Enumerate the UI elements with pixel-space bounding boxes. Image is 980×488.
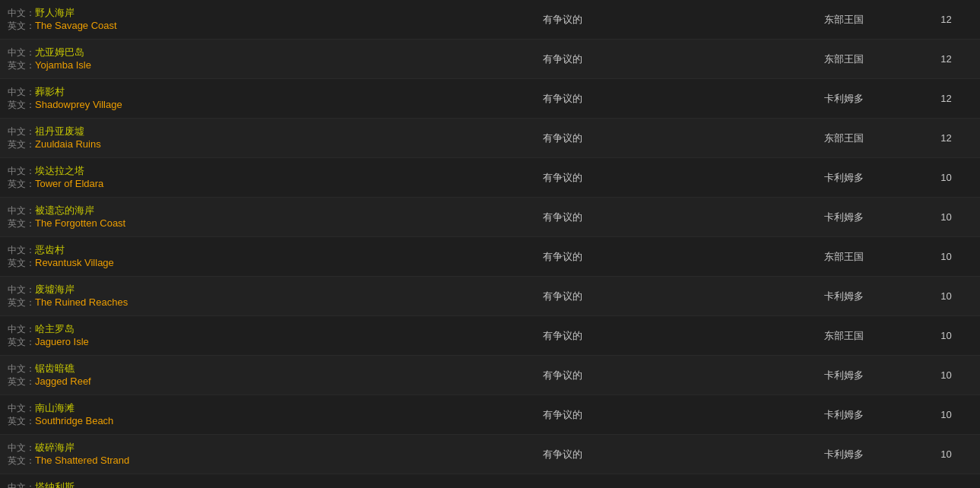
zone-table: 中文：野人海岸 英文：The Savage Coast 有争议的 东部王国 12… bbox=[0, 0, 980, 488]
zone-count: 10 bbox=[912, 327, 980, 344]
zone-status: 有争议的 bbox=[502, 405, 623, 425]
table-row: 中文：葬影村 英文：Shadowprey Village 有争议的 卡利姆多 1… bbox=[0, 79, 980, 119]
zone-name-zh: 中文：祖丹亚废墟 bbox=[8, 125, 404, 138]
zone-level bbox=[411, 293, 502, 299]
zone-status: 有争议的 bbox=[502, 168, 623, 188]
zone-status: 有争议的 bbox=[502, 326, 623, 346]
zone-extra bbox=[623, 96, 775, 102]
zone-status: 有争议的 bbox=[502, 247, 623, 267]
zone-faction: 卡利姆多 bbox=[775, 208, 912, 227]
zone-name-zh: 中文：被遗忘的海岸 bbox=[8, 204, 404, 217]
zone-level bbox=[411, 96, 502, 102]
zone-name-zh: 中文：破碎海岸 bbox=[8, 441, 404, 455]
table-row: 中文：塔纳利斯 英文：Tanaris 38—54 有争议的 卡利姆多 10 bbox=[0, 474, 980, 488]
zone-faction: 东部王国 bbox=[775, 326, 912, 346]
zone-level bbox=[411, 372, 502, 379]
zone-name-en: 英文：The Ruined Reaches bbox=[8, 296, 404, 309]
zone-name-en: 英文：Revantusk Village bbox=[8, 257, 404, 270]
zone-name-en: 英文：Yojamba Isle bbox=[8, 59, 404, 72]
zone-name-en: 英文：The Savage Coast bbox=[8, 20, 404, 33]
zone-status: 有争议的 bbox=[502, 484, 623, 489]
zone-status: 有争议的 bbox=[502, 366, 623, 385]
zone-name-col: 中文：锯齿暗礁 英文：Jagged Reef bbox=[0, 359, 411, 391]
zone-faction: 卡利姆多 bbox=[775, 89, 912, 109]
zone-count: 10 bbox=[912, 406, 980, 423]
zone-level bbox=[411, 17, 502, 23]
zone-name-zh: 中文：锯齿暗礁 bbox=[8, 362, 404, 376]
zone-name-zh: 中文：野人海岸 bbox=[8, 6, 404, 20]
zone-faction: 卡利姆多 bbox=[775, 366, 912, 385]
zone-name-zh: 中文：南山海滩 bbox=[8, 401, 404, 415]
zone-status: 有争议的 bbox=[502, 10, 623, 30]
table-row: 中文：埃达拉之塔 英文：Tower of Eldara 有争议的 卡利姆多 10 bbox=[0, 158, 980, 198]
zone-count: 10 bbox=[912, 169, 980, 186]
table-row: 中文：废墟海岸 英文：The Ruined Reaches 有争议的 卡利姆多 … bbox=[0, 277, 980, 316]
zone-faction: 东部王国 bbox=[775, 49, 912, 69]
zone-name-en: 英文：Shadowprey Village bbox=[8, 99, 404, 112]
zone-count: 10 bbox=[912, 208, 980, 226]
zone-count: 12 bbox=[912, 129, 980, 147]
zone-name-en: 英文：The Forgotten Coast bbox=[8, 217, 404, 230]
zone-level bbox=[411, 452, 502, 458]
zone-name-zh: 中文：塔纳利斯 bbox=[8, 480, 404, 488]
zone-level bbox=[411, 412, 502, 418]
zone-extra bbox=[623, 17, 775, 23]
zone-faction: 卡利姆多 bbox=[775, 405, 912, 425]
zone-status: 有争议的 bbox=[502, 128, 623, 148]
zone-count: 10 bbox=[912, 287, 980, 305]
zone-faction: 东部王国 bbox=[775, 10, 912, 30]
zone-name-en: 英文：Zuuldaia Ruins bbox=[8, 138, 404, 151]
zone-name-en: 英文：Southridge Beach bbox=[8, 415, 404, 428]
zone-name-col: 中文：恶齿村 英文：Revantusk Village bbox=[0, 240, 411, 273]
zone-name-col: 中文：尤亚姆巴岛 英文：Yojamba Isle bbox=[0, 43, 411, 75]
zone-faction: 东部王国 bbox=[775, 128, 912, 148]
table-row: 中文：被遗忘的海岸 英文：The Forgotten Coast 有争议的 卡利… bbox=[0, 198, 980, 237]
zone-extra bbox=[623, 254, 775, 260]
zone-level: 38—54 bbox=[411, 485, 502, 488]
zone-level bbox=[411, 175, 502, 181]
zone-extra bbox=[623, 372, 775, 379]
zone-name-zh: 中文：尤亚姆巴岛 bbox=[8, 46, 404, 59]
zone-extra bbox=[623, 293, 775, 299]
zone-status: 有争议的 bbox=[502, 287, 623, 306]
zone-name-col: 中文：破碎海岸 英文：The Shattered Strand bbox=[0, 438, 411, 471]
table-row: 中文：破碎海岸 英文：The Shattered Strand 有争议的 卡利姆… bbox=[0, 435, 980, 474]
table-row: 中文：尤亚姆巴岛 英文：Yojamba Isle 有争议的 东部王国 12 bbox=[0, 40, 980, 79]
zone-name-col: 中文：南山海滩 英文：Southridge Beach bbox=[0, 398, 411, 431]
zone-name-zh: 中文：恶齿村 bbox=[8, 243, 404, 257]
table-row: 中文：恶齿村 英文：Revantusk Village 有争议的 东部王国 10 bbox=[0, 237, 980, 277]
zone-faction: 卡利姆多 bbox=[775, 484, 912, 489]
zone-name-col: 中文：祖丹亚废墟 英文：Zuuldaia Ruins bbox=[0, 122, 411, 154]
zone-extra bbox=[623, 175, 775, 181]
zone-faction: 卡利姆多 bbox=[775, 287, 912, 306]
zone-extra bbox=[623, 56, 775, 62]
zone-status: 有争议的 bbox=[502, 89, 623, 109]
table-row: 中文：哈主罗岛 英文：Jaguero Isle 有争议的 东部王国 10 bbox=[0, 316, 980, 356]
zone-name-col: 中文：被遗忘的海岸 英文：The Forgotten Coast bbox=[0, 201, 411, 233]
zone-status: 有争议的 bbox=[502, 445, 623, 464]
zone-faction: 东部王国 bbox=[775, 247, 912, 267]
zone-level bbox=[411, 135, 502, 141]
zone-extra bbox=[623, 214, 775, 220]
zone-extra bbox=[623, 135, 775, 141]
zone-name-col: 中文：埃达拉之塔 英文：Tower of Eldara bbox=[0, 161, 411, 194]
zone-count: 12 bbox=[912, 50, 980, 68]
zone-extra bbox=[623, 333, 775, 339]
zone-count: 10 bbox=[912, 445, 980, 463]
zone-count: 12 bbox=[912, 90, 980, 107]
zone-count: 10 bbox=[912, 248, 980, 265]
zone-name-zh: 中文：埃达拉之塔 bbox=[8, 164, 404, 178]
zone-name-en: 英文：Tower of Eldara bbox=[8, 178, 404, 191]
table-row: 中文：南山海滩 英文：Southridge Beach 有争议的 卡利姆多 10 bbox=[0, 395, 980, 435]
zone-name-col: 中文：废墟海岸 英文：The Ruined Reaches bbox=[0, 280, 411, 312]
zone-status: 有争议的 bbox=[502, 208, 623, 227]
zone-level bbox=[411, 333, 502, 339]
zone-faction: 卡利姆多 bbox=[775, 168, 912, 188]
table-row: 中文：野人海岸 英文：The Savage Coast 有争议的 东部王国 12 bbox=[0, 0, 980, 40]
zone-level bbox=[411, 214, 502, 220]
zone-count: 10 bbox=[912, 366, 980, 384]
zone-faction: 卡利姆多 bbox=[775, 445, 912, 464]
zone-name-zh: 中文：哈主罗岛 bbox=[8, 322, 404, 336]
zone-extra bbox=[623, 412, 775, 418]
zone-name-en: 英文：The Shattered Strand bbox=[8, 455, 404, 467]
